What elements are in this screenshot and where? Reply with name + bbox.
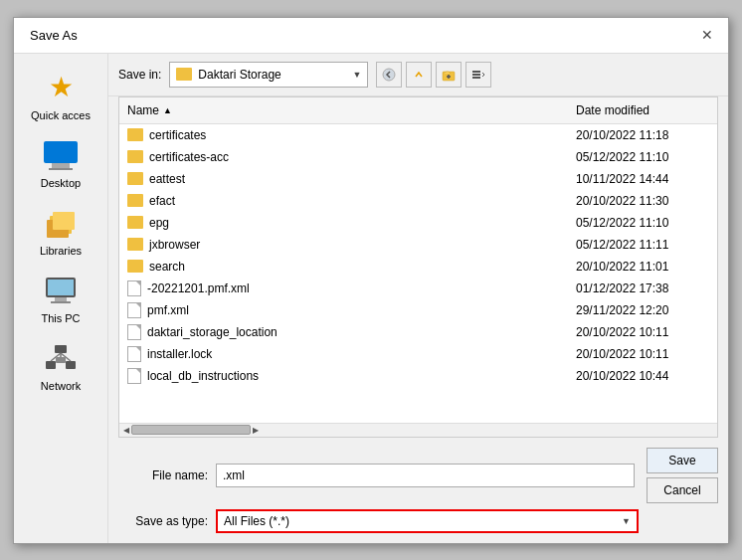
file-name-text: eattest: [149, 172, 185, 186]
table-row[interactable]: epg05/12/2022 11:10: [119, 212, 717, 234]
col-name-header[interactable]: Name ▲: [119, 101, 568, 119]
svg-rect-0: [44, 141, 78, 163]
file-name-text: daktari_storage_location: [147, 325, 278, 339]
filename-row: File name: Save Cancel: [118, 448, 718, 503]
sidebar-item-network[interactable]: Network: [21, 334, 100, 398]
table-row[interactable]: daktari_storage_location20/10/2022 10:11: [119, 321, 717, 343]
table-row[interactable]: certificates20/10/2022 11:18: [119, 124, 717, 146]
sidebar-item-this-pc[interactable]: This PC: [21, 267, 100, 330]
sort-arrow: ▲: [163, 105, 172, 115]
filename-label: File name:: [118, 468, 208, 482]
svg-rect-2: [49, 168, 73, 170]
table-row[interactable]: certificates-acc05/12/2022 11:10: [119, 146, 717, 168]
up-arrow-icon: [412, 68, 426, 82]
cancel-button[interactable]: Cancel: [647, 477, 718, 503]
file-name-text: local_db_instructions: [147, 369, 259, 383]
folder-icon: [127, 128, 143, 141]
hscroll-right-arrow[interactable]: ▶: [251, 426, 261, 435]
folder-icon: [127, 150, 143, 163]
file-date-cell: 20/10/2022 10:11: [568, 324, 717, 340]
close-button[interactable]: ✕: [698, 26, 716, 44]
filetype-combo-text: All Files (*.*): [224, 514, 622, 528]
nav-back-button[interactable]: [376, 62, 402, 88]
hscroll-left-arrow[interactable]: ◀: [121, 426, 131, 435]
file-name-cell: jxbrowser: [119, 237, 568, 253]
title-bar: Save As ✕: [14, 18, 728, 54]
svg-rect-12: [66, 361, 76, 369]
file-name-text: pmf.xml: [147, 303, 189, 317]
filetype-label: Save as type:: [118, 514, 208, 528]
file-date-cell: 20/10/2022 10:11: [568, 346, 717, 362]
table-row[interactable]: search20/10/2022 11:01: [119, 256, 717, 278]
svg-point-17: [383, 69, 395, 81]
sidebar-item-quick-access[interactable]: ★ Quick acces: [21, 64, 100, 127]
nav-new-folder-button[interactable]: [436, 62, 462, 88]
table-row[interactable]: efact20/10/2022 11:30: [119, 190, 717, 212]
combo-dropdown-arrow: ▼: [352, 70, 361, 80]
save-in-label: Save in:: [118, 68, 161, 82]
svg-rect-23: [472, 77, 480, 79]
svg-rect-8: [55, 297, 67, 301]
file-icon: [127, 324, 141, 340]
svg-rect-5: [53, 212, 75, 230]
hscroll-thumb[interactable]: [131, 425, 251, 435]
nav-up-button[interactable]: [406, 62, 432, 88]
menu-icon: [471, 68, 485, 82]
desktop-icon: [41, 137, 81, 173]
svg-rect-1: [52, 163, 70, 168]
file-date-cell: 20/10/2022 11:30: [568, 193, 717, 209]
file-icon: [127, 280, 141, 296]
filetype-row: Save as type: All Files (*.*) ▼: [118, 509, 718, 533]
current-folder-text: Daktari Storage: [198, 68, 352, 82]
save-button[interactable]: Save: [647, 448, 718, 473]
folder-icon: [127, 194, 143, 207]
new-folder-icon: [442, 68, 456, 82]
sidebar-item-desktop[interactable]: Desktop: [21, 131, 100, 195]
file-name-text: efact: [149, 194, 175, 208]
file-date-cell: 01/12/2022 17:38: [568, 280, 717, 296]
table-row[interactable]: -20221201.pmf.xml01/12/2022 17:38: [119, 278, 717, 299]
file-name-cell: efact: [119, 193, 568, 209]
file-name-text: epg: [149, 216, 169, 230]
filetype-combo[interactable]: All Files (*.*) ▼: [216, 509, 639, 533]
network-icon: [41, 340, 81, 376]
hscroll-bar[interactable]: ◀ ▶: [119, 423, 717, 437]
file-name-text: jxbrowser: [149, 238, 200, 252]
folder-icon: [127, 216, 143, 229]
nav-menu-button[interactable]: [465, 62, 491, 88]
file-name-cell: pmf.xml: [119, 301, 568, 319]
table-row[interactable]: local_db_instructions20/10/2022 10:44: [119, 365, 717, 387]
file-date-cell: 10/11/2022 14:44: [568, 171, 717, 187]
file-name-text: certificates-acc: [149, 150, 229, 164]
table-row[interactable]: pmf.xml29/11/2022 12:20: [119, 299, 717, 321]
file-date-cell: 20/10/2022 11:01: [568, 259, 717, 275]
filename-input[interactable]: [216, 464, 635, 487]
dialog-body: ★ Quick acces Desktop: [14, 54, 728, 543]
col-date-header[interactable]: Date modified: [568, 101, 717, 119]
svg-rect-21: [472, 71, 480, 73]
table-row[interactable]: eattest10/11/2022 14:44: [119, 168, 717, 190]
sidebar-item-libraries[interactable]: Libraries: [21, 199, 100, 263]
file-list-body[interactable]: certificates20/10/2022 11:18certificates…: [119, 124, 717, 423]
file-name-text: search: [149, 260, 185, 274]
pc-icon: [41, 273, 81, 308]
dialog-title: Save As: [30, 28, 78, 43]
sidebar-item-label: This PC: [41, 312, 80, 324]
star-icon: ★: [41, 70, 81, 105]
nav-buttons: [376, 62, 491, 88]
file-name-cell: epg: [119, 215, 568, 231]
bottom-form: File name: Save Cancel Save as type: All…: [108, 442, 728, 543]
filetype-dropdown-arrow: ▼: [622, 516, 631, 526]
libraries-icon: [41, 205, 81, 241]
file-date-cell: 05/12/2022 11:11: [568, 237, 717, 253]
folder-icon: [127, 172, 143, 185]
file-name-cell: -20221201.pmf.xml: [119, 280, 568, 297]
table-row[interactable]: installer.lock20/10/2022 10:11: [119, 343, 717, 365]
table-row[interactable]: jxbrowser05/12/2022 11:11: [119, 234, 717, 256]
file-name-cell: certificates-acc: [119, 149, 568, 165]
file-name-text: -20221201.pmf.xml: [147, 281, 250, 295]
save-in-combo[interactable]: Daktari Storage ▼: [169, 62, 368, 88]
folder-icon: [127, 238, 143, 251]
file-date-cell: 05/12/2022 11:10: [568, 149, 717, 165]
sidebar-item-label: Desktop: [41, 177, 81, 189]
